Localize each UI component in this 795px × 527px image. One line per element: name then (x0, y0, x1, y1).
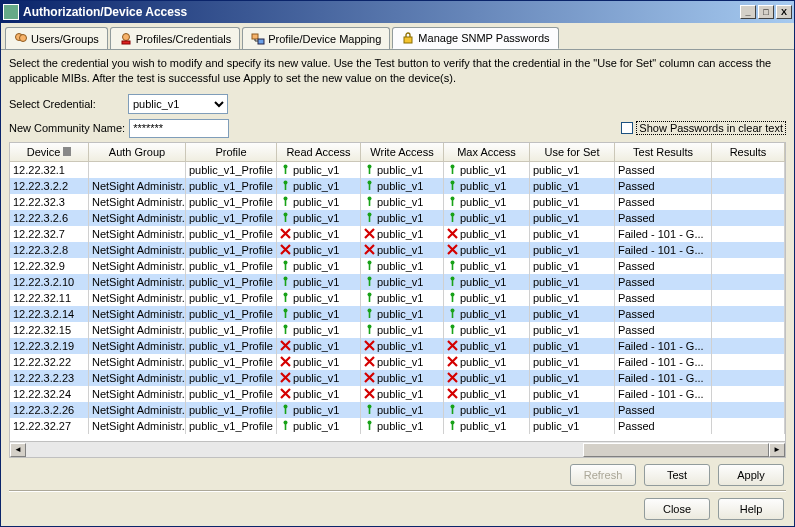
svg-rect-48 (452, 296, 454, 302)
svg-rect-60 (452, 328, 454, 334)
test-button[interactable]: Test (644, 464, 710, 486)
table-row[interactable]: 12.22.3.2.6NetSight Administr...public_v… (10, 210, 785, 226)
cell-test-results: Passed (615, 210, 712, 226)
instructions-text: Select the credential you wish to modify… (9, 56, 786, 86)
scroll-right-icon[interactable]: ► (769, 443, 785, 457)
tab-users-groups[interactable]: Users/Groups (5, 27, 108, 49)
tab-icon (14, 32, 28, 46)
column-header[interactable]: Device (10, 143, 89, 161)
cell-use-for-set: public_v1 (530, 338, 615, 354)
maximize-button[interactable]: □ (758, 5, 774, 19)
cell-write-access: public_v1 (361, 402, 444, 418)
table-row[interactable]: 12.22.32.1public_v1_Profilepublic_v1publ… (10, 162, 785, 178)
svg-point-35 (451, 261, 455, 265)
apply-button[interactable]: Apply (718, 464, 784, 486)
cell-max-access: public_v1 (444, 178, 530, 194)
svg-rect-26 (285, 216, 287, 222)
svg-point-45 (368, 293, 372, 297)
svg-rect-3 (122, 41, 130, 44)
select-credential-select[interactable]: public_v1 (128, 94, 228, 114)
cell-read-access: public_v1 (277, 242, 361, 258)
cell-results (712, 338, 785, 354)
select-credential-label: Select Credential: (9, 98, 124, 110)
cell-device: 12.22.32.11 (10, 290, 89, 306)
cell-write-access: public_v1 (361, 226, 444, 242)
table-row[interactable]: 12.22.3.2.14NetSight Administr...public_… (10, 306, 785, 322)
column-header[interactable]: Max Access (444, 143, 530, 161)
column-header[interactable]: Results (712, 143, 785, 161)
close-dialog-button[interactable]: Close (644, 498, 710, 520)
cell-write-access: public_v1 (361, 274, 444, 290)
table-row[interactable]: 12.22.3.2.19NetSight Administr...public_… (10, 338, 785, 354)
cell-auth-group: NetSight Administr... (89, 370, 186, 386)
tab-icon (401, 31, 415, 45)
cell-results (712, 178, 785, 194)
table-row[interactable]: 12.22.32.9NetSight Administr...public_v1… (10, 258, 785, 274)
table-row[interactable]: 12.22.32.7NetSight Administr...public_v1… (10, 226, 785, 242)
svg-point-41 (451, 277, 455, 281)
show-passwords-checkbox[interactable] (621, 122, 633, 134)
table-row[interactable]: 12.22.32.24NetSight Administr...public_v… (10, 386, 785, 402)
cell-auth-group: NetSight Administr... (89, 354, 186, 370)
cell-write-access: public_v1 (361, 194, 444, 210)
new-community-name-input[interactable] (129, 119, 229, 138)
cell-write-access: public_v1 (361, 290, 444, 306)
cell-read-access: public_v1 (277, 370, 361, 386)
cell-use-for-set: public_v1 (530, 258, 615, 274)
minimize-button[interactable]: _ (740, 5, 756, 19)
cell-auth-group: NetSight Administr... (89, 274, 186, 290)
help-button[interactable]: Help (718, 498, 784, 520)
refresh-button[interactable]: Refresh (570, 464, 636, 486)
column-header[interactable]: Profile (186, 143, 277, 161)
cell-auth-group: NetSight Administr... (89, 194, 186, 210)
table-row[interactable]: 12.22.32.15NetSight Administr...public_v… (10, 322, 785, 338)
table-row[interactable]: 12.22.3.2.8NetSight Administr...public_v… (10, 242, 785, 258)
table-row[interactable]: 12.22.32.3NetSight Administr...public_v1… (10, 194, 785, 210)
cell-test-results: Passed (615, 274, 712, 290)
cell-profile: public_v1_Profile (186, 338, 277, 354)
cell-max-access: public_v1 (444, 274, 530, 290)
svg-rect-50 (285, 312, 287, 318)
table-row[interactable]: 12.22.3.2.26NetSight Administr...public_… (10, 402, 785, 418)
svg-point-7 (284, 165, 288, 169)
svg-rect-54 (452, 312, 454, 318)
column-header[interactable]: Test Results (615, 143, 712, 161)
tab-manage-snmp-passwords[interactable]: Manage SNMP Passwords (392, 27, 558, 49)
svg-point-67 (284, 421, 288, 425)
cell-max-access: public_v1 (444, 194, 530, 210)
cell-read-access: public_v1 (277, 322, 361, 338)
table-body[interactable]: 12.22.32.1public_v1_Profilepublic_v1publ… (10, 162, 785, 441)
table-row[interactable]: 12.22.32.22NetSight Administr...public_v… (10, 354, 785, 370)
horizontal-scrollbar[interactable]: ◄ ► (10, 441, 785, 457)
cell-device: 12.22.32.7 (10, 226, 89, 242)
svg-point-39 (368, 277, 372, 281)
cell-profile: public_v1_Profile (186, 210, 277, 226)
column-header[interactable]: Read Access (277, 143, 361, 161)
column-header[interactable]: Auth Group (89, 143, 186, 161)
svg-point-61 (284, 405, 288, 409)
cell-read-access: public_v1 (277, 338, 361, 354)
column-header[interactable]: Use for Set (530, 143, 615, 161)
table-row[interactable]: 12.22.3.2.2NetSight Administr...public_v… (10, 178, 785, 194)
cell-device: 12.22.32.22 (10, 354, 89, 370)
cell-use-for-set: public_v1 (530, 290, 615, 306)
cell-max-access: public_v1 (444, 258, 530, 274)
close-button[interactable]: X (776, 5, 792, 19)
svg-rect-66 (452, 408, 454, 414)
sort-icon (63, 147, 71, 156)
cell-test-results: Passed (615, 306, 712, 322)
svg-rect-4 (252, 34, 258, 39)
table-row[interactable]: 12.22.32.11NetSight Administr...public_v… (10, 290, 785, 306)
tab-profiles-credentials[interactable]: Profiles/Credentials (110, 27, 240, 49)
device-table: DeviceAuth GroupProfileRead AccessWrite … (9, 142, 786, 458)
column-header[interactable]: Write Access (361, 143, 444, 161)
cell-profile: public_v1_Profile (186, 258, 277, 274)
tab-profile-device-mapping[interactable]: Profile/Device Mapping (242, 27, 390, 49)
cell-profile: public_v1_Profile (186, 354, 277, 370)
svg-rect-10 (369, 168, 371, 174)
table-row[interactable]: 12.22.3.2.23NetSight Administr...public_… (10, 370, 785, 386)
scroll-left-icon[interactable]: ◄ (10, 443, 26, 457)
table-row[interactable]: 12.22.32.27NetSight Administr...public_v… (10, 418, 785, 434)
svg-point-47 (451, 293, 455, 297)
table-row[interactable]: 12.22.3.2.10NetSight Administr...public_… (10, 274, 785, 290)
